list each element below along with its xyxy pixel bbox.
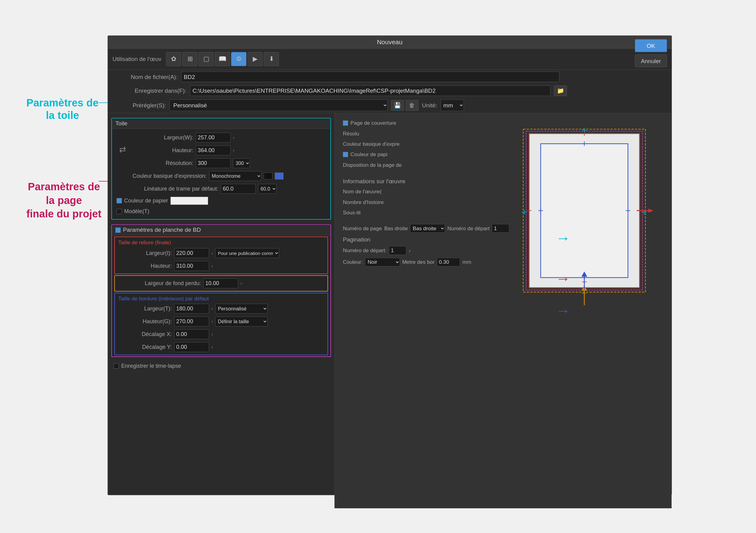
page-preview-svg (506, 128, 663, 343)
fond-perdu-row: Largeur de fond perdu: › (115, 277, 327, 290)
largeur-t-chevron[interactable]: › (211, 306, 213, 311)
largeur-t-input[interactable] (174, 304, 209, 314)
toolbar-icon-grid[interactable]: ⊞ (182, 52, 198, 66)
fond-perdu-chevron[interactable]: › (240, 281, 242, 286)
ok-cancel-area: OK Annuler (635, 39, 667, 68)
decalage-y-input[interactable] (174, 342, 209, 352)
couleur-label: Couleur basique d'expression: (117, 173, 207, 179)
timelapse-label: Enregistrer le time-lapse (121, 363, 181, 369)
toolbar-icon-book[interactable]: 📖 (215, 52, 230, 66)
largeur-i-label: Largeur(I): (120, 250, 172, 256)
resolution-row: Résolution: 300 72 150 600 (112, 157, 331, 170)
modele-checkbox[interactable] (117, 209, 122, 214)
numero-depart-label: Numéro de départ (447, 225, 489, 232)
nom-fichier-label: Nom de fichier(A): (114, 73, 178, 80)
paper-color-swatch[interactable] (171, 197, 208, 205)
definir-select[interactable]: Définir la taille (215, 317, 268, 326)
subsection-reliure: Taille de reliure (finale) Largeur(I): ›… (114, 237, 328, 274)
numero-depart2-input[interactable] (389, 246, 406, 255)
arrow-blue: → (556, 302, 570, 319)
couleur-papier-checkbox[interactable] (117, 198, 122, 203)
dialog-titlebar: Nouveau ✕ (108, 36, 672, 48)
modele-row: Modèle(T) (112, 206, 331, 216)
hauteur-g-input[interactable] (174, 317, 209, 326)
couleur2-select[interactable]: Noir (365, 258, 400, 266)
publication-select[interactable]: Pour une publication comm (215, 248, 279, 258)
largeur-label: Largeur(W): (135, 134, 193, 141)
section-bd: Paramètres de planche de BD Taille de re… (111, 224, 331, 357)
toolbar-icon-expand[interactable]: ⬇ (264, 52, 279, 66)
hauteur-bd-input[interactable] (174, 261, 209, 271)
largeur-input[interactable] (196, 133, 231, 142)
toolbar-icon-play[interactable]: ▶ (248, 52, 263, 66)
nombre-label: Nombre d'histoire (343, 199, 384, 205)
left-panel: Toile ⇄ Largeur(W): › Hauteur: (108, 113, 335, 508)
page-couv-checkbox[interactable] (343, 121, 348, 126)
couleur-basique-label: Couleur basique d'expre (343, 141, 400, 147)
fond-perdu-input[interactable] (203, 278, 238, 288)
enregistrer-row: Enregistrer dans(F): 📁 (108, 84, 672, 98)
unit-select[interactable]: mm cm px (441, 99, 464, 111)
dialog-title: Nouveau (145, 38, 635, 46)
largeur-row: Largeur(W): › (112, 131, 331, 144)
enregistrer-input[interactable] (190, 85, 551, 96)
largeur-i-row: Largeur(I): › Pour une publication comm (115, 247, 327, 260)
arrow-red: → (556, 270, 570, 287)
bd-checkbox[interactable] (115, 228, 121, 233)
hauteur-g-chevron[interactable]: › (211, 319, 213, 324)
lineature-dropdown[interactable]: 60.0 (258, 184, 277, 194)
couleur-papier-label: Couleur de papier (124, 198, 168, 204)
hauteur-bd-chevron[interactable]: › (211, 264, 213, 268)
decalage-x-chevron[interactable]: › (211, 332, 213, 337)
largeur-chevron[interactable]: › (233, 135, 234, 140)
bordure-select[interactable]: Personnalisé (215, 304, 268, 314)
metre-label: Metre des bor (402, 259, 434, 265)
toolbar-icon-gear[interactable]: ⚙ (231, 52, 246, 66)
dialog: Nouveau ✕ OK Annuler Utilisation de l'œu… (108, 35, 672, 495)
reliure-label: Taille de reliure (finale) (115, 238, 327, 247)
numero-depart2-label: Numéro de départ: (343, 247, 387, 253)
metre-input[interactable] (437, 258, 460, 266)
resolution-dropdown[interactable]: 300 72 150 600 (233, 158, 250, 168)
folder-button[interactable]: 📁 (554, 85, 567, 96)
lineature-input[interactable] (221, 184, 256, 194)
disposition-label: Disposition de la page de (343, 162, 402, 168)
hauteur-input[interactable] (196, 146, 231, 155)
resol-label: Résolu (343, 130, 359, 137)
fond-perdu-label: Largeur de fond perdu: (120, 280, 201, 287)
largeur-t-row: Largeur(T): › Personnalisé (115, 302, 327, 315)
color-swatch-black[interactable] (264, 173, 273, 180)
couleur-papier-right-checkbox[interactable] (343, 152, 348, 157)
numero-page-label: Numéro de page (343, 225, 382, 232)
preset-delete-btn[interactable]: 🗑 (406, 100, 418, 110)
nom-fichier-input[interactable] (181, 72, 559, 82)
hauteur-bd-label: Hauteur: (120, 263, 172, 269)
couleur-select[interactable]: Monochrome Couleur Niveaux de gris (209, 171, 261, 181)
toolbar-icon-square[interactable]: ▢ (199, 52, 214, 66)
toolbar-icon-flower[interactable]: ✿ (166, 52, 181, 66)
pagination-label: Pagination (343, 236, 370, 243)
cancel-button[interactable]: Annuler (635, 54, 667, 67)
hauteur-chevron[interactable]: › (233, 148, 234, 153)
rotate-icon[interactable]: ⇄ (117, 141, 128, 158)
hauteur-g-row: Hauteur(G): › Définir la taille (115, 315, 327, 328)
ok-button[interactable]: OK (635, 39, 667, 52)
numero-chevron[interactable]: › (409, 247, 410, 254)
preset-save-btn[interactable]: 💾 (391, 100, 404, 110)
largeur-t-label: Largeur(T): (120, 305, 172, 312)
preset-label: Prérégler(S): (114, 102, 166, 109)
largeur-i-chevron[interactable]: › (211, 251, 213, 256)
couleur-papier-row: Couleur de papier (112, 195, 331, 206)
color-swatch-blue[interactable] (275, 173, 284, 180)
hauteur-bd-row: Hauteur: › (115, 260, 327, 272)
resolution-input[interactable] (196, 158, 231, 168)
decalage-y-chevron[interactable]: › (211, 345, 213, 350)
preset-select[interactable]: Personnalisé (170, 99, 388, 111)
subsection-fond-perdu: Largeur de fond perdu: › (114, 275, 328, 292)
timelapse-checkbox[interactable] (114, 363, 119, 369)
largeur-i-input[interactable] (174, 248, 209, 258)
svg-rect-2 (540, 144, 628, 277)
preset-row: Prérégler(S): Personnalisé 💾 🗑 Unité: mm… (108, 98, 672, 113)
decalage-x-input[interactable] (174, 329, 209, 339)
bas-droite-select[interactable]: Bas droite (410, 224, 445, 233)
